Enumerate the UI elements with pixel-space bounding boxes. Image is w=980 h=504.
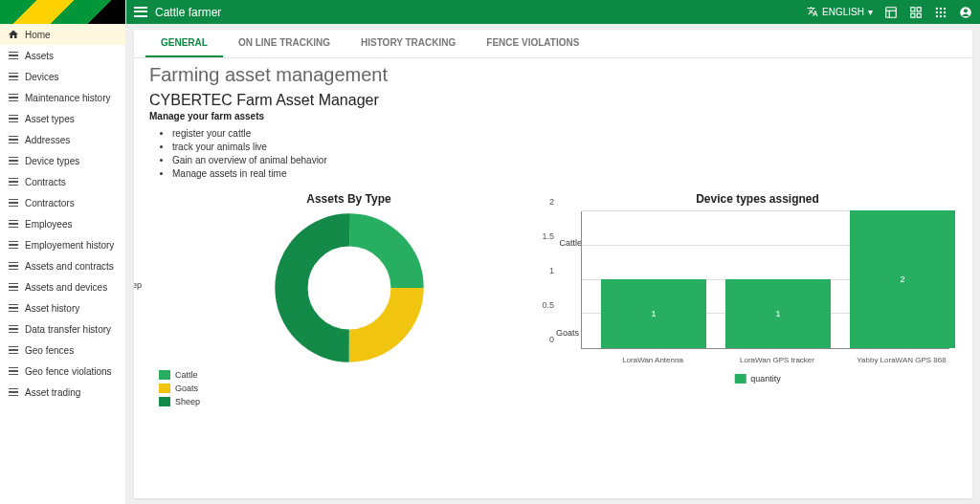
brand-logo xyxy=(0,0,125,24)
content-body: Farming asset management CYBERTEC Farm A… xyxy=(134,58,972,416)
feature-item: Gain an overview of animal behavior xyxy=(172,154,957,167)
svg-rect-3 xyxy=(911,7,915,11)
y-tick: 0 xyxy=(535,335,554,344)
feature-item: track your animals live xyxy=(172,141,957,154)
sidebar-item-assets[interactable]: Assets xyxy=(0,45,125,66)
svg-point-17 xyxy=(964,9,968,12)
legend-swatch xyxy=(159,383,170,393)
sidebar-item-geo-fence-violations[interactable]: Geo fence violations xyxy=(0,361,125,382)
grid-icon[interactable] xyxy=(909,6,923,19)
pie-legend: CattleGoatsSheep xyxy=(159,370,548,406)
list-icon xyxy=(8,344,19,356)
svg-point-9 xyxy=(944,7,946,9)
legend-label: Goats xyxy=(175,383,198,393)
sidebar-item-devices[interactable]: Devices xyxy=(0,66,125,87)
svg-point-14 xyxy=(940,14,942,16)
chevron-down-icon: ▾ xyxy=(868,7,873,17)
sidebar-item-assets-and-devices[interactable]: Assets and devices xyxy=(0,276,125,297)
tab-on-line-tracking[interactable]: ON LINE TRACKING xyxy=(223,30,345,57)
chart-assets-by-type: Assets By Type Cattle Goats Sheep xyxy=(149,192,548,406)
list-icon xyxy=(8,323,19,335)
dashboard-icon[interactable] xyxy=(884,6,898,19)
bar-x-label: Yabby LoraWAN GPS 868 xyxy=(849,356,954,364)
legend-item: Cattle xyxy=(159,370,548,380)
svg-point-10 xyxy=(936,11,938,12)
tab-general[interactable]: GENERAL xyxy=(145,30,223,57)
page-title: Farming asset management xyxy=(149,64,957,86)
chart-title: Assets By Type xyxy=(149,192,548,206)
sidebar-item-employees[interactable]: Employees xyxy=(0,213,125,234)
legend-swatch xyxy=(734,374,746,383)
sidebar-item-label: Devices xyxy=(25,72,59,82)
sidebar-item-asset-types[interactable]: Asset types xyxy=(0,108,125,129)
sidebar-item-label: Contractors xyxy=(25,198,75,208)
sidebar: HomeAssetsDevicesMaintenance historyAsse… xyxy=(0,0,126,504)
sidebar-item-label: Assets xyxy=(25,51,54,61)
sidebar-item-home[interactable]: Home xyxy=(0,24,125,45)
sidebar-item-label: Employees xyxy=(25,219,72,230)
bar-x-label: LoraWan GPS tracker xyxy=(724,356,830,364)
feature-item: register your cattle xyxy=(172,127,957,141)
sidebar-item-maintenance-history[interactable]: Maintenance history xyxy=(0,87,125,108)
menu-toggle-icon[interactable] xyxy=(134,6,147,19)
language-selector[interactable]: ENGLISH ▾ xyxy=(807,6,873,19)
chart-title: Device types assigned xyxy=(558,192,957,206)
sidebar-item-data-transfer-history[interactable]: Data transfer history xyxy=(0,318,125,340)
sidebar-item-assets-and-contracts[interactable]: Assets and contracts xyxy=(0,255,125,276)
sidebar-nav: HomeAssetsDevicesMaintenance historyAsse… xyxy=(0,24,125,504)
tab-history-tracking[interactable]: HISTORY TRACKING xyxy=(345,30,471,57)
sidebar-item-label: Geo fence violations xyxy=(25,366,112,377)
list-icon xyxy=(8,134,19,145)
page-subheading: Manage your farm assets xyxy=(149,111,957,121)
slice-label-sheep: Sheep xyxy=(134,280,142,290)
list-icon xyxy=(8,197,19,208)
sidebar-item-label: Home xyxy=(25,30,51,40)
feature-list: register your cattletrack your animals l… xyxy=(172,127,957,181)
sidebar-item-employement-history[interactable]: Employement history xyxy=(0,234,125,255)
chart-device-types: Device types assigned 00.511.52112 LoraW… xyxy=(558,192,957,406)
svg-rect-4 xyxy=(917,7,921,11)
sidebar-item-label: Employement history xyxy=(25,240,114,251)
legend-label: Sheep xyxy=(175,397,200,406)
feature-item: Manage assets in real time xyxy=(172,167,957,181)
list-icon xyxy=(8,218,19,230)
apps-icon[interactable] xyxy=(934,6,947,19)
sidebar-item-device-types[interactable]: Device types xyxy=(0,150,125,171)
sidebar-item-asset-history[interactable]: Asset history xyxy=(0,297,125,318)
sidebar-item-addresses[interactable]: Addresses xyxy=(0,129,125,150)
sidebar-item-geo-fences[interactable]: Geo fences xyxy=(0,340,125,361)
content-card: GENERALON LINE TRACKINGHISTORY TRACKINGF… xyxy=(134,30,972,498)
sidebar-item-label: Asset history xyxy=(25,303,79,314)
main-area: Cattle farmer ENGLISH ▾ GENE xyxy=(126,0,980,504)
svg-rect-0 xyxy=(886,7,897,17)
list-icon xyxy=(8,239,19,251)
sidebar-item-contracts[interactable]: Contracts xyxy=(0,171,125,192)
legend-label: quantity xyxy=(750,374,781,383)
svg-rect-5 xyxy=(911,13,915,17)
svg-point-15 xyxy=(944,14,946,16)
sidebar-item-label: Device types xyxy=(25,156,79,166)
list-icon xyxy=(8,176,19,187)
sidebar-item-contractors[interactable]: Contractors xyxy=(0,192,125,213)
page-subtitle: CYBERTEC Farm Asset Manager xyxy=(149,92,957,109)
svg-point-8 xyxy=(940,7,942,9)
svg-point-11 xyxy=(940,11,942,12)
svg-point-7 xyxy=(936,7,938,9)
list-icon xyxy=(8,92,19,103)
sidebar-item-label: Asset trading xyxy=(25,387,80,398)
bar-legend: quantity xyxy=(734,374,781,383)
bar: 1 xyxy=(725,279,831,348)
list-icon xyxy=(8,50,19,61)
list-icon xyxy=(8,365,19,377)
tab-fence-violations[interactable]: FENCE VIOLATIONS xyxy=(471,30,594,57)
sidebar-item-asset-trading[interactable]: Asset trading xyxy=(0,382,125,403)
tab-bar: GENERALON LINE TRACKINGHISTORY TRACKINGF… xyxy=(134,30,972,58)
sidebar-item-label: Maintenance history xyxy=(25,93,111,103)
bar: 2 xyxy=(850,210,955,348)
topbar: Cattle farmer ENGLISH ▾ xyxy=(126,0,980,24)
bar-x-label: LoraWan Antenna xyxy=(600,356,705,364)
y-tick: 1.5 xyxy=(535,231,554,241)
list-icon xyxy=(8,386,19,398)
account-icon[interactable] xyxy=(959,6,972,19)
legend-swatch xyxy=(159,370,170,380)
